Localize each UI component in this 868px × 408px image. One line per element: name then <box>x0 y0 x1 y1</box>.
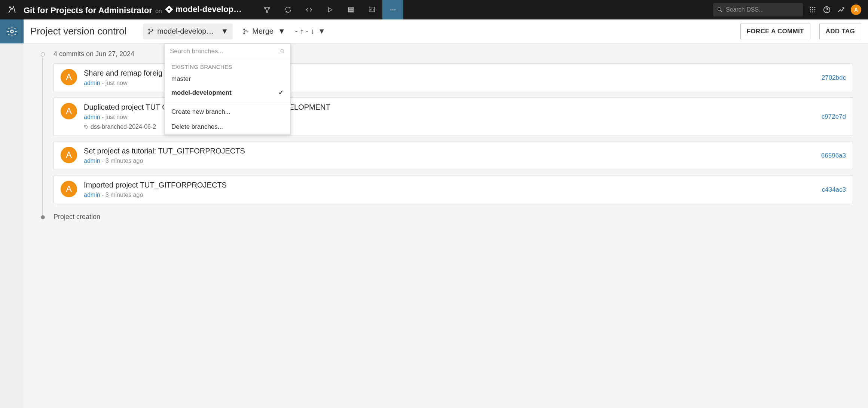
commit-user[interactable]: admin <box>84 158 100 164</box>
project-name[interactable]: model-develop… <box>165 4 242 14</box>
trend-icon[interactable] <box>837 5 846 14</box>
branch-dropdown: EXISTING BRANCHES mastermodel-developmen… <box>164 43 291 135</box>
jobs-icon[interactable] <box>340 0 361 19</box>
commit-hash[interactable]: c972e7d <box>822 113 846 121</box>
commit-time: - just now <box>100 114 128 120</box>
run-icon[interactable] <box>320 0 340 19</box>
commit-avatar: A <box>61 69 77 85</box>
branch-selector[interactable]: model-developm… ▼ <box>143 24 233 39</box>
commit-card[interactable]: ASet project as tutorial: TUT_GITFORPROJ… <box>54 141 853 170</box>
svg-point-14 <box>810 7 811 8</box>
svg-point-21 <box>812 11 813 12</box>
svg-point-28 <box>152 29 153 30</box>
arrow-up-icon: ↑ <box>300 27 303 36</box>
delete-branches-action[interactable]: Delete branches... <box>165 119 290 134</box>
help-icon[interactable] <box>822 5 831 14</box>
svg-point-11 <box>392 9 393 10</box>
add-tag-button[interactable]: ADD TAG <box>819 24 861 39</box>
subbar: Project version control model-developm… … <box>24 19 868 43</box>
merge-icon <box>242 28 249 35</box>
dashboards-icon[interactable] <box>361 0 382 19</box>
commit-time: - just now <box>100 80 128 86</box>
caret-down-icon: ▼ <box>221 27 228 36</box>
svg-point-33 <box>85 126 85 126</box>
left-gutter <box>0 43 24 408</box>
commit-user[interactable]: admin <box>84 80 100 86</box>
svg-point-16 <box>814 7 815 8</box>
svg-point-4 <box>269 7 270 9</box>
subbar-row: Project version control model-developm… … <box>0 19 868 43</box>
branch-search-row <box>165 44 290 59</box>
search-icon <box>717 7 723 13</box>
svg-point-25 <box>10 30 13 33</box>
branch-selector-label: model-developm… <box>157 27 216 36</box>
commit-user[interactable]: admin <box>84 192 100 198</box>
commit-avatar: A <box>61 181 77 197</box>
branch-option[interactable]: model-development✓ <box>165 86 290 100</box>
page-title: Project version control <box>30 25 126 37</box>
svg-point-12 <box>394 9 395 10</box>
content: EXISTING BRANCHES mastermodel-developmen… <box>24 43 868 408</box>
apps-icon[interactable] <box>808 5 817 14</box>
check-icon: ✓ <box>278 89 284 97</box>
tag-icon <box>84 124 89 130</box>
svg-point-26 <box>149 29 150 30</box>
topbar-right: A <box>808 4 868 15</box>
branch-option-label: master <box>171 75 191 83</box>
svg-point-29 <box>244 29 245 30</box>
svg-point-19 <box>814 9 815 10</box>
svg-point-18 <box>812 9 813 10</box>
commit-tag-label: dss-branched-2024-06-2 <box>91 124 156 130</box>
branch-option[interactable]: master <box>165 72 290 86</box>
branch-search-input[interactable] <box>170 48 280 55</box>
svg-point-5 <box>266 11 268 13</box>
app-logo[interactable] <box>0 0 24 19</box>
push-pull-indicator[interactable]: - ↑ - ↓ ▼ <box>295 27 326 36</box>
body: EXISTING BRANCHES mastermodel-developmen… <box>0 43 868 408</box>
commit-hash[interactable]: 2702bdc <box>822 74 846 82</box>
project-parent-title[interactable]: Git for Projects for Administrator <box>24 6 152 15</box>
commit-meta: admin - 3 minutes ago <box>84 158 814 164</box>
arrow-down-icon: ↓ <box>311 27 314 36</box>
push-count: - <box>295 27 298 36</box>
svg-point-27 <box>149 33 150 34</box>
create-branch-action[interactable]: Create new branch... <box>165 104 290 119</box>
commit-time: - 3 minutes ago <box>100 158 143 164</box>
project-icon <box>165 5 173 13</box>
merge-menu[interactable]: Merge ▼ <box>238 24 290 39</box>
svg-point-3 <box>265 7 266 9</box>
settings-sidebar-icon[interactable] <box>0 19 24 43</box>
commit-hash[interactable]: c434ac3 <box>822 186 846 194</box>
branch-icon <box>147 28 154 35</box>
more-menu-icon[interactable] <box>382 0 403 19</box>
svg-point-0 <box>9 6 10 8</box>
svg-point-31 <box>247 31 248 32</box>
commit-user[interactable]: admin <box>84 114 100 120</box>
svg-point-13 <box>718 8 721 11</box>
search-input[interactable] <box>726 6 801 13</box>
search-icon <box>280 49 285 54</box>
force-commit-button[interactable]: FORCE A COMMIT <box>740 24 810 39</box>
lifecycle-icon[interactable] <box>278 0 299 19</box>
branch-option-label: model-development <box>171 89 232 97</box>
flow-icon[interactable] <box>257 0 278 19</box>
commit-title: Imported project TUT_GITFORPROJECTS <box>84 181 815 189</box>
commit-avatar: A <box>61 103 77 119</box>
commit-hash[interactable]: 66596a3 <box>821 152 846 159</box>
timeline-origin: Project creation <box>54 213 853 221</box>
commit-title: Set project as tutorial: TUT_GITFORPROJE… <box>84 147 814 155</box>
svg-point-32 <box>281 49 283 52</box>
commit-main: Imported project TUT_GITFORPROJECTSadmin… <box>84 181 815 198</box>
svg-rect-7 <box>349 9 354 11</box>
commit-meta: admin - 3 minutes ago <box>84 192 815 198</box>
svg-point-20 <box>810 11 811 12</box>
global-search[interactable] <box>713 3 803 16</box>
commit-card[interactable]: AImported project TUT_GITFORPROJECTSadmi… <box>54 175 853 204</box>
caret-down-icon: ▼ <box>278 27 285 36</box>
svg-point-30 <box>244 33 245 34</box>
project-name-text: model-develop… <box>175 4 242 14</box>
code-icon[interactable] <box>299 0 320 19</box>
svg-rect-8 <box>349 12 354 12</box>
user-avatar[interactable]: A <box>851 4 861 15</box>
breadcrumb: Git for Projects for Administrator on mo… <box>24 4 242 15</box>
